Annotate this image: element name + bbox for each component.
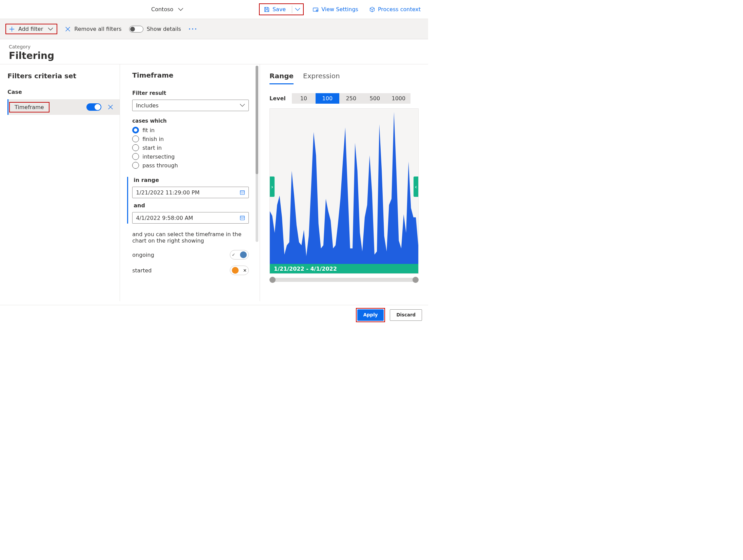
apply-highlight: Apply [356, 308, 385, 322]
view-settings-button[interactable]: View Settings [310, 5, 360, 14]
remove-all-filters-button[interactable]: Remove all filters [65, 26, 121, 32]
svg-point-9 [243, 218, 244, 219]
range-slider[interactable] [270, 278, 418, 282]
process-context-button[interactable]: Process context [367, 5, 423, 14]
radio-label: intersecting [142, 153, 175, 160]
save-icon [264, 6, 270, 13]
chevron-down-icon [240, 103, 245, 108]
and-label: and [134, 202, 249, 209]
calendar-icon [240, 215, 245, 221]
chart-area-series [270, 112, 418, 264]
chevron-down-icon[interactable] [48, 26, 53, 32]
category-label: Category [9, 44, 419, 49]
range-chart[interactable]: › ‹ 1/21/2022 - 4/1/2022 [269, 108, 419, 274]
slider-knob-left[interactable] [269, 277, 276, 283]
command-bar: Add filter Remove all filters Show detai… [0, 19, 428, 39]
range-start-value: 1/21/2022 11:29:00 PM [136, 189, 200, 196]
radio-dot-icon [132, 127, 139, 133]
tab-expression[interactable]: Expression [303, 72, 340, 84]
overflow-menu[interactable]: ··· [188, 26, 198, 32]
svg-point-4 [242, 193, 243, 193]
show-details-label: Show details [147, 26, 181, 32]
level-250[interactable]: 250 [339, 93, 363, 104]
discard-button[interactable]: Discard [390, 309, 422, 321]
svg-rect-6 [240, 216, 244, 220]
level-label: Level [269, 95, 286, 102]
toggle-icon [129, 26, 143, 33]
radio-dot-icon [132, 136, 139, 142]
level-100[interactable]: 100 [316, 93, 339, 104]
range-end-value: 4/1/2022 9:58:00 AM [136, 215, 193, 221]
tab-range[interactable]: Range [269, 72, 294, 84]
dot-icon [232, 267, 239, 274]
filter-name: Timeframe [15, 104, 44, 110]
chevron-down-icon [178, 7, 183, 12]
filter-name-highlight: Timeframe [9, 102, 49, 112]
save-group-highlight: Save [259, 3, 304, 15]
ongoing-toggle[interactable]: ✓ [230, 250, 249, 260]
org-name: Contoso [151, 6, 173, 13]
radio-label: start in [142, 145, 162, 151]
radio-dot-icon [132, 153, 139, 160]
add-filter-highlight: Add filter [5, 24, 57, 34]
filter-result-select[interactable]: Includes [132, 100, 249, 111]
x-icon [65, 26, 71, 32]
in-range-label: in range [134, 177, 249, 183]
check-icon: ✓ [232, 252, 235, 257]
org-selector[interactable]: Contoso [151, 6, 183, 13]
apply-button[interactable]: Apply [357, 309, 384, 321]
range-start-input[interactable]: 1/21/2022 11:29:00 PM [132, 187, 249, 198]
filter-enabled-toggle[interactable] [86, 103, 101, 111]
radio-label: pass through [142, 162, 178, 169]
cases-which-label: cases which [132, 118, 249, 124]
level-1000[interactable]: 1000 [387, 93, 410, 104]
view-settings-label: View Settings [321, 6, 358, 13]
slider-knob-right[interactable] [413, 277, 419, 283]
ongoing-label: ongoing [132, 252, 154, 258]
helper-text: and you can select the timeframe in the … [132, 231, 249, 244]
remove-all-label: Remove all filters [74, 26, 121, 32]
level-10[interactable]: 10 [292, 93, 316, 104]
plus-icon [9, 26, 15, 32]
svg-point-8 [242, 218, 243, 219]
radio-pass-through[interactable]: pass through [132, 162, 249, 169]
svg-point-5 [243, 193, 244, 193]
svg-point-7 [241, 218, 242, 219]
range-end-input[interactable]: 4/1/2022 9:58:00 AM [132, 212, 249, 224]
add-filter-label: Add filter [18, 26, 43, 32]
filter-result-value: Includes [136, 102, 159, 109]
level-selector: 101002505001000 [292, 93, 410, 104]
show-details-toggle[interactable]: Show details [129, 26, 181, 33]
radio-label: finish in [142, 136, 164, 142]
started-toggle[interactable]: ✕ [230, 266, 249, 275]
radio-fit-in[interactable]: fit in [132, 127, 249, 133]
save-button[interactable]: Save [262, 5, 288, 14]
x-icon: ✕ [243, 268, 247, 273]
add-filter-button[interactable]: Add filter [9, 26, 43, 32]
radio-dot-icon [132, 144, 139, 151]
save-label: Save [273, 6, 286, 13]
radio-intersecting[interactable]: intersecting [132, 153, 249, 160]
filter-title: Timeframe [132, 71, 249, 79]
filter-group-label: Case [7, 89, 120, 95]
calendar-icon [240, 190, 245, 195]
filters-panel-title: Filters criteria set [7, 72, 120, 80]
radio-start-in[interactable]: start in [132, 144, 249, 151]
view-settings-icon [313, 6, 319, 13]
filter-item-timeframe[interactable]: Timeframe [7, 99, 120, 115]
level-500[interactable]: 500 [363, 93, 387, 104]
remove-filter-icon[interactable] [107, 104, 114, 110]
chart-range-label: 1/21/2022 - 4/1/2022 [270, 264, 418, 273]
filter-result-label: Filter result [132, 90, 249, 96]
process-context-label: Process context [378, 6, 421, 13]
chevron-down-icon[interactable] [295, 7, 300, 12]
scrollbar[interactable] [256, 66, 258, 242]
divider [292, 6, 292, 13]
started-label: started [132, 267, 152, 274]
dot-icon [240, 251, 247, 258]
radio-finish-in[interactable]: finish in [132, 136, 249, 142]
page-title: Filtering [9, 50, 419, 61]
svg-rect-2 [240, 191, 244, 195]
radio-label: fit in [142, 127, 155, 133]
radio-dot-icon [132, 162, 139, 169]
